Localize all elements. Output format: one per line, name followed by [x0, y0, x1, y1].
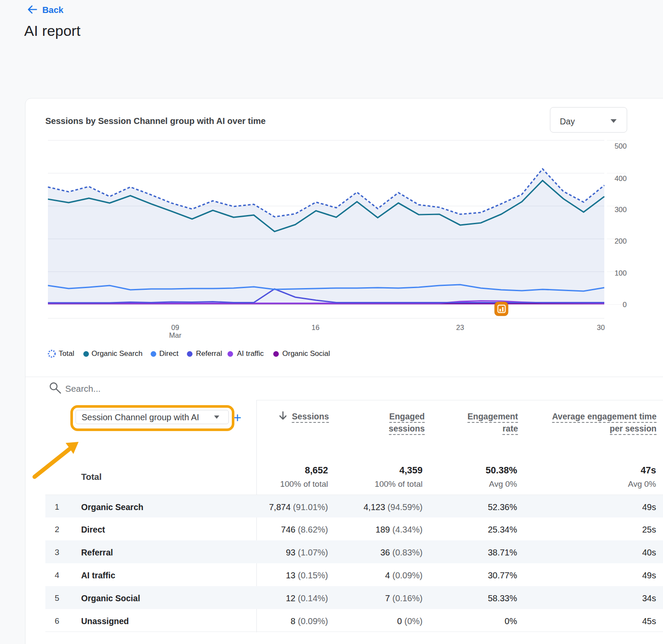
svg-text:500: 500 [615, 142, 627, 150]
svg-text:100: 100 [615, 269, 627, 277]
svg-text:23: 23 [456, 324, 464, 331]
svg-text:16: 16 [312, 324, 319, 331]
svg-text:Mar: Mar [169, 331, 182, 339]
svg-text:200: 200 [615, 237, 627, 245]
svg-text:30: 30 [597, 324, 605, 331]
svg-text:400: 400 [615, 174, 627, 183]
svg-text:09: 09 [171, 324, 179, 331]
svg-text:300: 300 [615, 206, 627, 214]
svg-text:0: 0 [623, 301, 627, 309]
